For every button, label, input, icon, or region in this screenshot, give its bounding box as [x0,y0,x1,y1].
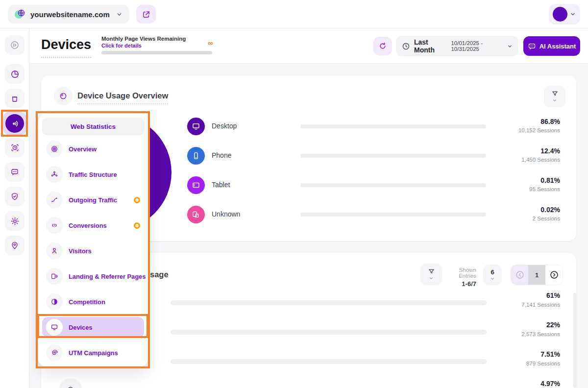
gear-icon [10,217,20,226]
website-favicon-icon [15,9,25,20]
spiral-icon [46,344,63,361]
current-page: 1 [528,265,545,285]
location-pin-icon [10,241,19,250]
website-name: yourwebsitename.com [30,10,111,19]
sidebar-expand-button[interactable] [5,35,24,55]
sidebar-item-feedback[interactable] [5,162,24,182]
usage-bar [300,124,486,128]
open-website-button[interactable] [136,5,156,24]
usage-bar [300,183,486,187]
broadcast-icon [46,217,63,234]
shown-entries-value: 1-6/7 [442,280,476,288]
legend-row-unknown: Unknown 0.02% 2 Sessions [187,203,560,226]
avatar [553,7,567,22]
menu-item-conversions[interactable]: Conversions [42,215,144,236]
monthly-pageviews-details-link[interactable]: Click for details [101,43,212,48]
list-scrollbar[interactable] [573,293,576,388]
shopping-bag-icon [10,94,19,103]
menu-item-traffic-structure[interactable]: Traffic Structure [42,164,144,185]
arrow-left-circle-icon [515,270,525,280]
phone-icon [187,147,205,165]
menu-item-visitors[interactable]: Visitors [42,241,144,261]
usage-bar [171,300,487,305]
chevron-down-icon [507,44,513,49]
tablet-icon [187,176,205,194]
website-selector[interactable]: yourwebsitename.com [8,5,129,24]
menu-item-landing-referrer-pages[interactable]: Landing & Referrer Pages [42,266,144,287]
menu-item-competition[interactable]: Competition [42,291,144,312]
row-pct: 61% [546,291,560,299]
menu-item-devices[interactable]: Devices [42,317,144,338]
shown-entries: Shown Entries 1-6/7 [442,267,476,288]
ai-chat-icon [528,42,536,50]
page-size-selector[interactable]: 6 [483,265,502,285]
shield-check-icon [10,192,19,201]
card2-title-partial: sage [150,270,169,279]
network-icon [46,166,63,183]
pagination: 1 [511,265,563,285]
pages-icon [46,268,63,285]
legend-label: Desktop [212,122,237,130]
session-clock-icon [10,143,20,152]
usage-bar [171,330,487,335]
ai-assistant-button[interactable]: AI Assistant [523,36,580,56]
card2-filter-button[interactable] [420,264,442,285]
menu-item-overview[interactable]: Overview [42,139,144,159]
legend-row-tablet: Tablet 0.81% 95 Sessions [187,173,560,197]
clock-icon [402,42,410,50]
infinity-symbol: ∞ [208,39,213,47]
row-pct: 7.51% [540,350,560,358]
route-icon [46,192,63,208]
filter-funnel-icon [551,90,559,97]
expand-arrow-icon [10,40,20,50]
legend-label: Tablet [212,181,230,189]
usage-values: 86.8% 10,152 Sessions [518,118,560,133]
usage-bar [300,213,486,217]
date-range-selector[interactable]: Last Month 10/01/2025 - 10/31/2025 [396,36,518,56]
half-circle-icon [46,293,63,310]
chat-bubble-icon [10,168,19,176]
sidebar-item-security[interactable] [5,187,24,206]
chevron-down-icon [570,11,576,17]
top-bar: yourwebsitename.com [0,0,588,28]
notification-badge [134,197,140,203]
prev-page-button[interactable] [511,265,528,285]
row-pct: 4.97% [540,380,560,388]
usage-bar [300,154,486,158]
list-row: 4.97% [53,376,560,388]
monthly-pageviews-label: Monthly Page Views Remaining [101,36,212,42]
card1-filter-button[interactable] [544,86,565,107]
web-statistics-flyout-menu: Web Statistics Overview Traffic Structur… [38,114,148,367]
chevron-down-icon [490,276,495,281]
ai-assistant-label: AI Assistant [539,43,576,50]
user-menu[interactable] [549,4,580,24]
menu-header: Web Statistics [42,118,144,135]
sidebar-item-settings[interactable] [5,211,24,231]
chevron-down-icon [429,276,434,281]
monitor-icon [46,319,63,336]
legend-label: Phone [212,151,231,159]
period-label: Last Month [414,38,445,54]
sidebar-item-analytics[interactable] [5,64,24,84]
menu-item-outgoing-traffic[interactable]: Outgoing Traffic [42,190,144,210]
shown-entries-label: Shown Entries [442,267,476,279]
pie-chart-icon [54,87,73,105]
chevron-down-icon [552,98,557,103]
menu-item-utm-campaigns[interactable]: UTM Campaigns [42,342,144,363]
desktop-monitor-icon [187,118,205,135]
sidebar-item-location[interactable] [5,236,24,255]
sidebar-item-session-recording[interactable] [5,138,24,157]
legend-row-desktop: Desktop 86.8% 10,152 Sessions [187,115,560,138]
sidebar-item-ecommerce[interactable] [5,89,24,108]
chevron-down-icon [116,11,122,18]
sidebar-item-web-statistics[interactable] [3,112,26,135]
usage-bar [171,359,487,364]
refresh-button[interactable] [373,37,392,55]
row-sessions: 879 Sessions [526,361,560,366]
legend-label: Unknown [212,210,240,218]
monthly-pageviews-progressbar [101,51,212,54]
next-page-button[interactable] [545,265,563,285]
usage-values: 0.02% 2 Sessions [533,206,560,221]
filter-funnel-icon [428,268,435,275]
refresh-icon [378,42,387,50]
